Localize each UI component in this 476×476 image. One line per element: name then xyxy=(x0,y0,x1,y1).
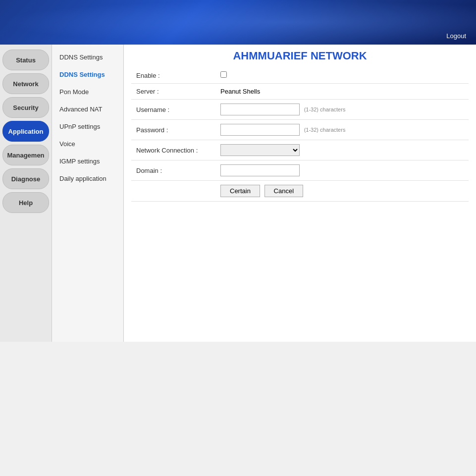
submenu-item-daily-application[interactable]: Daily application xyxy=(52,170,123,187)
submenu-item-upnp-settings[interactable]: UPnP settings xyxy=(52,118,123,135)
submenu-item-pon-mode[interactable]: Pon Mode xyxy=(52,83,123,101)
sidebar-item-security[interactable]: Security xyxy=(2,97,49,118)
server-row: Server : Peanut Shells xyxy=(131,84,469,100)
server-label: Server : xyxy=(131,84,215,100)
network-connection-row: Network Connection : xyxy=(131,140,469,160)
sidebar-item-management[interactable]: Managemen xyxy=(2,145,49,165)
logout-button[interactable]: Logout xyxy=(446,32,466,40)
domain-row: Domain : xyxy=(131,160,469,181)
sidebar: Status Network Security Application Mana… xyxy=(0,45,52,342)
form-table: Enable : Server : Peanut Shells Username… xyxy=(131,67,469,202)
password-input[interactable] xyxy=(220,124,300,136)
password-row: Password : (1-32) characters xyxy=(131,120,469,140)
network-connection-select[interactable] xyxy=(220,144,300,156)
sidebar-item-application[interactable]: Application xyxy=(2,121,49,142)
header-banner: Logout xyxy=(0,0,476,45)
server-value: Peanut Shells xyxy=(220,88,260,95)
enable-label: Enable : xyxy=(131,67,215,84)
domain-input[interactable] xyxy=(220,164,300,176)
network-connection-label: Network Connection : xyxy=(131,140,215,160)
cancel-button[interactable]: Cancel xyxy=(264,185,303,197)
content-area: AHMMUARIEF NETWORK Enable : Server : Pea… xyxy=(124,45,476,342)
sidebar-item-help[interactable]: Help xyxy=(2,192,49,213)
enable-row: Enable : xyxy=(131,67,469,84)
username-hint: (1-32) characters xyxy=(304,106,346,112)
sidebar-item-status[interactable]: Status xyxy=(2,50,49,70)
page-title: AHMMUARIEF NETWORK xyxy=(131,50,469,62)
certain-button[interactable]: Certain xyxy=(220,185,260,197)
password-label: Password : xyxy=(131,120,215,140)
submenu-item-advanced-nat[interactable]: Advanced NAT xyxy=(52,101,123,118)
sidebar-item-network[interactable]: Network xyxy=(2,73,49,94)
main-layout: Status Network Security Application Mana… xyxy=(0,45,476,342)
username-input[interactable] xyxy=(220,104,300,115)
username-row: Username : (1-32) characters xyxy=(131,100,469,120)
submenu-item-ddns-settings[interactable]: DDNS Settings xyxy=(52,66,123,83)
sidebar-item-diagnose[interactable]: Diagnose xyxy=(2,168,49,189)
enable-checkbox[interactable] xyxy=(220,71,227,78)
username-label: Username : xyxy=(131,100,215,120)
submenu-item-ddns-settings-header[interactable]: DDNS Settings xyxy=(52,49,123,66)
submenu-item-voice[interactable]: Voice xyxy=(52,135,123,153)
button-row: Certain Cancel xyxy=(131,181,469,202)
submenu: DDNS Settings DDNS Settings Pon Mode Adv… xyxy=(52,45,124,342)
submenu-item-igmp-settings[interactable]: IGMP settings xyxy=(52,153,123,170)
password-hint: (1-32) characters xyxy=(304,127,346,133)
domain-label: Domain : xyxy=(131,160,215,181)
